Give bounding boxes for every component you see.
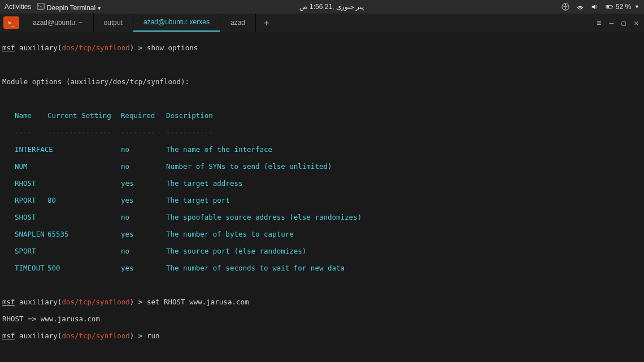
svg-point-2 (564, 4, 566, 6)
rhost-output: RHOST => www.jarusa.com (2, 315, 642, 323)
svg-rect-6 (606, 6, 608, 8)
gnome-topbar: Activities Deepin Terminal▼ پیر جنوری ,2… (0, 0, 644, 14)
terminal-icon[interactable]: >_ (3, 16, 19, 29)
network-icon[interactable] (576, 3, 584, 11)
menu-button[interactable]: ≡ (597, 19, 602, 27)
option-row: SPORTnoThe source port (else randomizes) (2, 247, 642, 255)
terminal-output[interactable]: msf auxiliary(dos/tcp/synflood) > show o… (0, 32, 644, 362)
battery-indicator[interactable]: 52 %▼ (606, 3, 639, 11)
tab-2[interactable]: output (94, 14, 133, 32)
maximize-button[interactable]: ▢ (621, 19, 626, 27)
cmd-run: run (147, 332, 160, 340)
tab-1[interactable]: azad@ubuntu: ~ (23, 14, 94, 32)
app-menu[interactable]: Deepin Terminal▼ (37, 2, 102, 12)
prompt-msf: msf (2, 43, 15, 52)
cmd-show-options: show options (147, 43, 198, 52)
volume-icon[interactable] (591, 3, 599, 11)
clock[interactable]: پیر جنوری ,21 1:56 ص (102, 3, 562, 11)
options-header-row: NameCurrent SettingRequiredDescription (2, 111, 642, 120)
new-tab-button[interactable]: + (256, 14, 277, 32)
option-row: RHOSTyesThe target address (2, 179, 642, 187)
terminal-app-icon (37, 2, 45, 10)
close-button[interactable]: ✕ (634, 19, 638, 27)
option-row: NUMnoNumber of SYNs to send (else unlimi… (2, 162, 642, 171)
tab-4[interactable]: azad (220, 14, 256, 32)
chevron-down-icon: ▼ (634, 4, 639, 10)
tab-3[interactable]: azad@ubuntu: xerxes (133, 14, 220, 32)
options-divider-row: -------------------------------------- (2, 128, 642, 137)
option-row: RPORT80yesThe target port (2, 196, 642, 204)
option-row: TIMEOUT500yesThe number of seconds to wa… (2, 264, 642, 272)
option-row: INTERFACEnoThe name of the interface (2, 145, 642, 154)
cmd-set-rhost: set RHOST www.jarusa.com (147, 298, 249, 306)
option-row: SNAPLEN65535yesThe number of bytes to ca… (2, 230, 642, 238)
svg-rect-0 (37, 3, 44, 9)
module-options-header: Module options (auxiliary/dos/tcp/synflo… (2, 77, 642, 86)
minimize-button[interactable]: — (610, 19, 614, 27)
terminal-tabbar: >_ azad@ubuntu: ~ output azad@ubuntu: xe… (0, 14, 644, 32)
option-row: SHOSTnoThe spoofable source address (els… (2, 213, 642, 221)
chevron-down-icon: ▼ (97, 6, 102, 11)
battery-icon (606, 3, 613, 11)
svg-point-3 (580, 9, 581, 10)
accessibility-icon[interactable] (562, 3, 569, 11)
activities-button[interactable]: Activities (5, 3, 31, 11)
svg-rect-5 (612, 6, 613, 7)
